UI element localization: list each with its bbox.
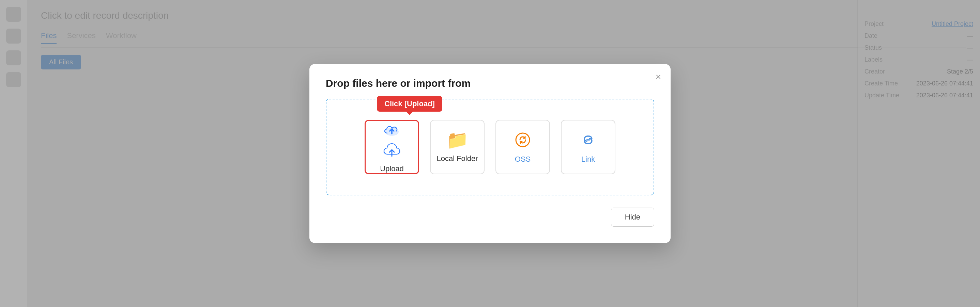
upload-cloud-icon (382, 121, 401, 140)
hide-button[interactable]: Hide (611, 207, 654, 227)
modal-overlay: × Drop files here or import from Click [… (0, 0, 980, 307)
link-icon (579, 130, 598, 149)
oss-icon (513, 130, 532, 149)
link-label: Link (581, 155, 595, 164)
modal-close-button[interactable]: × (655, 72, 661, 82)
modal-footer: Hide (326, 207, 654, 227)
local-folder-label: Local Folder (436, 154, 478, 163)
drop-zone[interactable]: Click [Upload] Upload (326, 99, 654, 195)
import-option-upload[interactable]: Upload (364, 120, 419, 174)
import-option-local-folder[interactable]: 📁 Local Folder (430, 120, 485, 174)
folder-icon: 📁 (446, 131, 469, 149)
upload-icon-svg (382, 142, 402, 159)
svg-point-2 (516, 133, 530, 147)
upload-label: Upload (380, 165, 404, 173)
import-modal: × Drop files here or import from Click [… (309, 64, 671, 243)
import-option-link[interactable]: Link (561, 120, 616, 174)
oss-label: OSS (515, 155, 531, 164)
import-option-oss[interactable]: OSS (495, 120, 550, 174)
tooltip: Click [Upload] (377, 96, 442, 112)
modal-title: Drop files here or import from (326, 78, 654, 89)
